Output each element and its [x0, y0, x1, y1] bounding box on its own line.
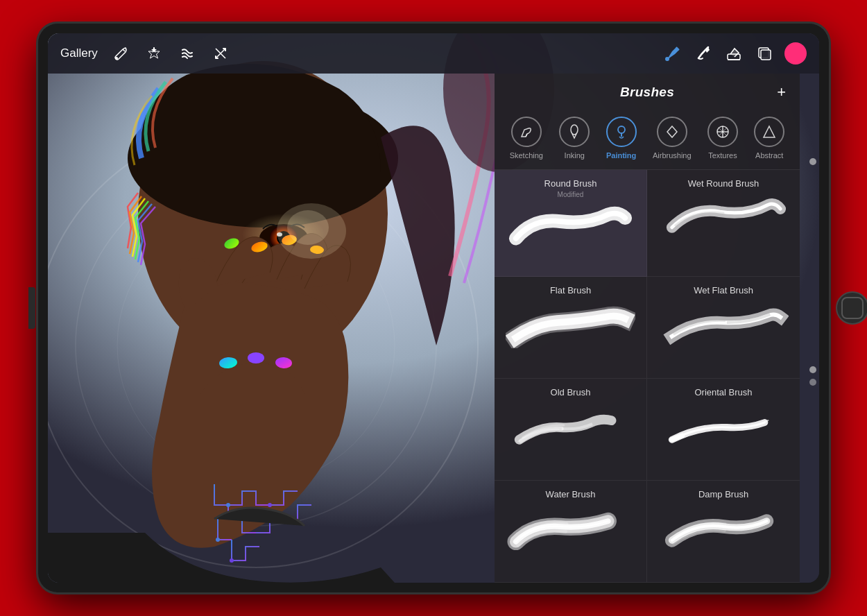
toolbar-right	[662, 42, 807, 65]
brush-oriental-stroke	[658, 405, 789, 450]
wrench-icon[interactable]	[110, 43, 131, 64]
sketching-label: Sketching	[510, 151, 543, 160]
eraser-icon[interactable]	[723, 43, 744, 64]
brush-water-name: Water Brush	[546, 489, 596, 499]
brush-round-stroke	[506, 204, 635, 249]
svg-point-21	[268, 503, 272, 507]
brush-round[interactable]: Round Brush Modified	[495, 170, 647, 277]
brush-water-stroke	[506, 507, 635, 552]
svg-point-34	[571, 125, 578, 135]
inking-icon	[559, 117, 590, 147]
textures-label: Textures	[708, 151, 737, 160]
brush-damp-stroke	[658, 507, 789, 552]
tablet-screen: Gallery	[48, 33, 819, 583]
abstract-label: Abstract	[755, 151, 783, 160]
smudge-icon[interactable]	[693, 43, 714, 64]
brushes-header: Brushes +	[495, 74, 800, 111]
gallery-button[interactable]: Gallery	[60, 46, 98, 60]
textures-icon	[707, 117, 738, 147]
tab-sketching[interactable]: Sketching	[510, 117, 543, 160]
toolbar: Gallery	[48, 33, 819, 74]
home-button[interactable]	[836, 291, 867, 325]
painting-label: Painting	[606, 151, 636, 160]
brush-round-name: Round Brush	[544, 178, 597, 189]
add-brush-button[interactable]: +	[777, 83, 786, 101]
brush-flat-stroke	[506, 303, 635, 348]
transform-icon[interactable]	[210, 43, 231, 64]
brush-size-slider[interactable]	[809, 158, 816, 165]
brush-damp[interactable]: Damp Brush	[647, 481, 800, 583]
svg-rect-33	[761, 50, 771, 60]
layers-icon[interactable]	[754, 43, 775, 64]
svg-point-23	[216, 538, 220, 542]
brushes-panel: Brushes + Sketching	[495, 74, 800, 583]
slider-handle-2	[809, 366, 816, 373]
svg-point-27	[287, 210, 329, 245]
airbrushing-label: Airbrushing	[653, 151, 692, 160]
brush-wet-round-name: Wet Round Brush	[688, 178, 759, 189]
color-picker[interactable]	[784, 42, 807, 65]
sketching-icon	[511, 117, 542, 147]
svg-point-29	[665, 57, 669, 61]
brush-wet-flat-stroke	[658, 303, 789, 348]
toolbar-left: Gallery	[60, 43, 662, 64]
brush-old[interactable]: Old Brush	[495, 379, 647, 481]
slider-handle-3	[809, 379, 816, 386]
svg-point-24	[230, 558, 234, 563]
brush-wet-flat[interactable]: Wet Flat Brush	[647, 277, 800, 379]
brush-old-stroke	[506, 405, 635, 450]
svg-point-17	[248, 352, 264, 363]
home-button-inner	[841, 297, 864, 319]
brush-oriental-name: Oriental Brush	[694, 387, 752, 397]
brushes-title: Brushes	[620, 85, 674, 100]
brush-tool-icon[interactable]	[662, 43, 683, 64]
brush-round-subtitle: Modified	[558, 191, 584, 198]
painting-icon	[606, 117, 637, 147]
brush-flat-name: Flat Brush	[550, 285, 591, 296]
adjustments-icon[interactable]	[144, 43, 164, 64]
airbrushing-icon	[657, 117, 687, 147]
brush-water[interactable]: Water Brush	[495, 481, 647, 583]
abstract-icon	[754, 117, 784, 147]
brush-old-name: Old Brush	[551, 387, 591, 397]
brush-wet-flat-name: Wet Flat Brush	[694, 285, 753, 296]
slider-handle	[809, 158, 816, 165]
tab-inking[interactable]: Inking	[559, 117, 590, 160]
category-tabs: Sketching Inking	[495, 111, 800, 170]
tab-abstract[interactable]: Abstract	[754, 117, 784, 160]
brush-oriental[interactable]: Oriental Brush	[647, 379, 800, 481]
tab-airbrushing[interactable]: Airbrushing	[653, 117, 692, 160]
liquify-icon[interactable]	[177, 43, 198, 64]
svg-point-19	[226, 503, 230, 507]
brush-wet-round[interactable]: Wet Round Brush	[647, 170, 800, 277]
side-button[interactable]	[28, 287, 35, 329]
brush-wet-round-stroke	[658, 196, 789, 241]
opacity-slider[interactable]	[809, 366, 816, 386]
svg-point-35	[618, 126, 625, 133]
inking-label: Inking	[565, 151, 585, 160]
tab-painting[interactable]: Painting	[606, 117, 637, 160]
brush-grid: Round Brush Modified Wet Ro	[495, 170, 800, 583]
brush-flat[interactable]: Flat Brush	[495, 277, 647, 379]
svg-point-28	[115, 57, 118, 60]
tab-textures[interactable]: Textures	[707, 117, 738, 160]
brush-damp-name: Damp Brush	[698, 489, 748, 499]
tablet-frame: Gallery	[38, 24, 829, 592]
